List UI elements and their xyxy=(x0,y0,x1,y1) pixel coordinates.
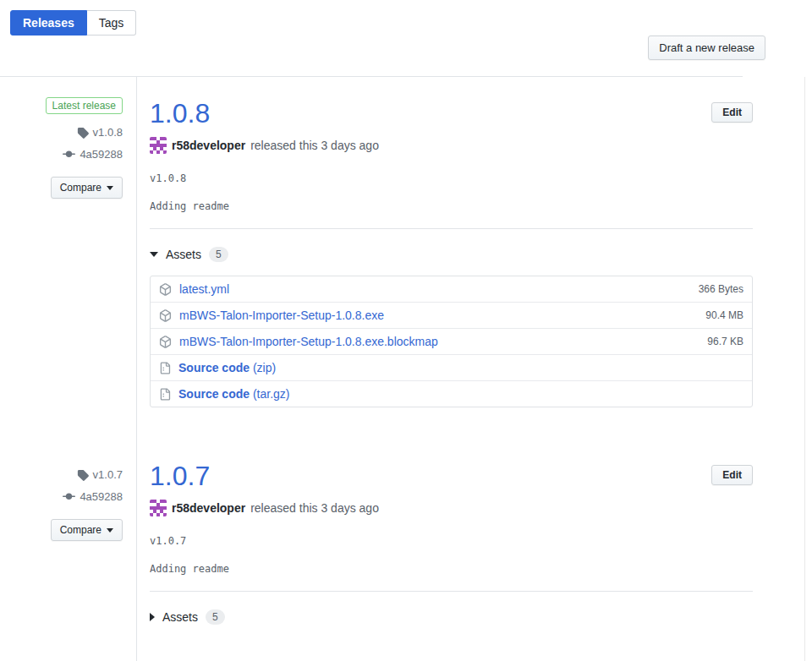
release-main: 1.0.8 Edit r58developer released this 3 … xyxy=(150,97,753,407)
asset-size: 366 Bytes xyxy=(699,283,743,295)
release-tag[interactable]: v1.0.8 xyxy=(77,126,123,139)
edit-release-button[interactable]: Edit xyxy=(711,102,753,123)
source-code-targz-link[interactable]: Source code (tar.gz) xyxy=(178,387,290,401)
releases-tags-switch: Releases Tags xyxy=(10,10,136,36)
releases-timeline: Latest release v1.0.8 4a59288 Compare 1.… xyxy=(0,77,812,625)
commit-sha: 4a59288 xyxy=(80,148,123,161)
identicon-avatar[interactable] xyxy=(150,500,167,516)
release-entry-1-0-8: Latest release v1.0.8 4a59288 Compare 1.… xyxy=(0,97,812,407)
asset-size: 96.7 KB xyxy=(707,336,743,347)
package-icon xyxy=(159,336,172,348)
release-title-link[interactable]: 1.0.8 xyxy=(150,97,210,129)
releases-topbar: Releases Tags Draft a new release xyxy=(0,0,812,77)
tab-tags[interactable]: Tags xyxy=(87,10,137,36)
asset-row: latest.yml 366 Bytes xyxy=(151,276,752,302)
release-author-line: r58developer released this 3 days ago xyxy=(150,500,753,516)
tag-icon xyxy=(77,127,89,139)
file-zip-icon xyxy=(159,362,171,374)
caret-down-icon xyxy=(107,528,113,533)
tag-label: v1.0.7 xyxy=(93,468,123,481)
release-tag[interactable]: v1.0.7 xyxy=(77,468,123,481)
asset-download-link[interactable]: mBWS-Talon-Importer-Setup-1.0.8.exe.bloc… xyxy=(179,335,438,348)
asset-download-link[interactable]: mBWS-Talon-Importer-Setup-1.0.8.exe xyxy=(179,309,384,322)
release-notes-line: v1.0.8 xyxy=(150,172,753,184)
release-notes-line: Adding readme xyxy=(150,563,753,575)
tag-icon xyxy=(77,469,89,481)
release-header: 1.0.8 Edit xyxy=(150,97,753,129)
file-zip-icon xyxy=(159,388,171,401)
release-notes: v1.0.8 Adding readme xyxy=(150,172,753,212)
release-header: 1.0.7 Edit xyxy=(150,460,753,492)
package-icon xyxy=(159,309,172,322)
triangle-right-icon xyxy=(150,613,155,621)
commit-sha: 4a59288 xyxy=(80,490,123,503)
asset-size: 90.4 MB xyxy=(705,309,743,321)
assets-table: latest.yml 366 Bytes mBWS-Talon-Importer… xyxy=(150,276,753,407)
assets-toggle[interactable]: Assets 5 xyxy=(150,609,225,625)
caret-down-icon xyxy=(107,186,113,190)
assets-count-badge: 5 xyxy=(206,609,225,625)
release-author-line: r58developer released this 3 days ago xyxy=(150,137,753,154)
assets-toggle[interactable]: Assets 5 xyxy=(150,247,228,262)
asset-download-link[interactable]: latest.yml xyxy=(179,282,229,296)
release-notes: v1.0.7 Adding readme xyxy=(150,535,753,575)
asset-row: mBWS-Talon-Importer-Setup-1.0.8.exe 90.4… xyxy=(151,302,752,328)
author-link[interactable]: r58developer xyxy=(172,501,245,515)
release-meta-sidebar: v1.0.7 4a59288 Compare xyxy=(0,460,136,625)
release-commit[interactable]: 4a59288 xyxy=(63,148,123,161)
asset-row: Source code (tar.gz) xyxy=(151,380,752,407)
release-meta-sidebar: Latest release v1.0.8 4a59288 Compare xyxy=(0,97,136,407)
compare-button[interactable]: Compare xyxy=(51,519,123,541)
assets-count-badge: 5 xyxy=(209,247,228,262)
edit-release-button[interactable]: Edit xyxy=(711,465,753,485)
tag-label: v1.0.8 xyxy=(93,126,123,139)
assets-label: Assets xyxy=(166,248,201,261)
released-ago-text: released this 3 days ago xyxy=(250,501,379,515)
latest-release-badge: Latest release xyxy=(46,97,123,114)
compare-button[interactable]: Compare xyxy=(51,177,123,199)
release-title-link[interactable]: 1.0.7 xyxy=(150,460,210,492)
tab-releases[interactable]: Releases xyxy=(10,10,87,36)
release-notes-line: v1.0.7 xyxy=(150,535,753,547)
git-commit-icon xyxy=(63,148,75,161)
notes-divider xyxy=(150,591,753,592)
release-notes-line: Adding readme xyxy=(150,200,753,212)
git-commit-icon xyxy=(63,490,75,503)
release-entry-1-0-7: v1.0.7 4a59288 Compare 1.0.7 Edit r58dev… xyxy=(0,460,812,625)
notes-divider xyxy=(150,228,753,229)
release-commit[interactable]: 4a59288 xyxy=(63,490,123,503)
assets-label: Assets xyxy=(162,610,198,624)
author-link[interactable]: r58developer xyxy=(172,139,245,152)
source-code-zip-link[interactable]: Source code (zip) xyxy=(178,361,276,374)
identicon-avatar[interactable] xyxy=(150,137,167,154)
asset-row: Source code (zip) xyxy=(151,354,752,380)
compare-label: Compare xyxy=(60,182,102,194)
released-ago-text: released this 3 days ago xyxy=(250,139,379,152)
package-icon xyxy=(159,283,172,296)
asset-row: mBWS-Talon-Importer-Setup-1.0.8.exe.bloc… xyxy=(151,328,752,354)
release-main: 1.0.7 Edit r58developer released this 3 … xyxy=(150,460,753,625)
triangle-down-icon xyxy=(150,252,158,257)
draft-new-release-button[interactable]: Draft a new release xyxy=(648,36,765,60)
compare-label: Compare xyxy=(60,524,102,536)
